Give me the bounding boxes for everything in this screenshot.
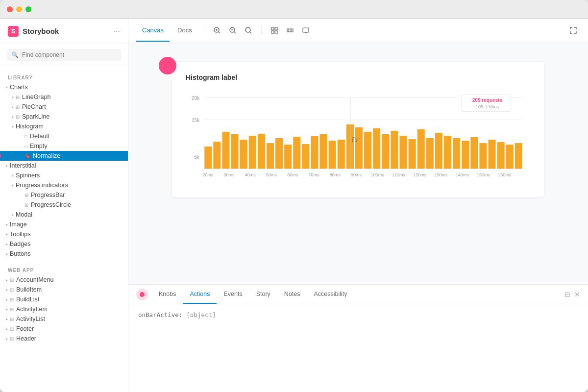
sidebar-item-buildlist[interactable]: ⊞ BuildList <box>0 294 128 304</box>
tab-accessibility[interactable]: Accessibility <box>307 285 354 304</box>
tab-story[interactable]: Story <box>249 285 277 304</box>
svg-rect-30 <box>231 134 239 169</box>
measure-button[interactable] <box>283 24 297 37</box>
sidebar-menu-icon[interactable]: ··· <box>114 27 120 36</box>
arrow-footer <box>6 327 8 331</box>
sidebar-item-spinners[interactable]: Spinners <box>0 171 128 180</box>
zoom-reset-button[interactable] <box>242 24 255 37</box>
sidebar-item-builditem[interactable]: ⊞ BuildItem <box>0 285 128 294</box>
svg-text:70ms: 70ms <box>308 172 319 177</box>
sidebar-item-linegraph[interactable]: ⊞ LineGraph <box>0 92 128 102</box>
header-label: Header <box>16 335 36 342</box>
svg-text:120ms: 120ms <box>413 172 427 177</box>
viewport-icon <box>302 27 309 34</box>
svg-rect-40 <box>320 134 327 169</box>
svg-text:5k: 5k <box>195 154 200 160</box>
sidebar-item-empty[interactable]: □ Empty <box>0 141 128 151</box>
bookmark-icon-normalize: 🔖 <box>24 153 30 159</box>
fullscreen-button[interactable] <box>566 24 580 37</box>
close-button[interactable] <box>7 6 13 12</box>
sidebar-item-activitylist[interactable]: ⊞ ActivityList <box>0 314 128 324</box>
arrow-sparkline <box>12 115 14 119</box>
tab-docs[interactable]: Docs <box>172 20 198 42</box>
arrow-linegraph <box>12 95 14 99</box>
buttons-label: Buttons <box>10 250 30 257</box>
svg-rect-60 <box>497 142 505 169</box>
sidebar-item-buttons[interactable]: Buttons <box>0 249 128 259</box>
sidebar-item-modal[interactable]: Modal <box>0 210 128 220</box>
sidebar-item-accountmenu[interactable]: ⊞ AccountMenu <box>0 275 128 285</box>
empty-label: Empty <box>30 143 47 149</box>
tab-notes[interactable]: Notes <box>277 285 307 304</box>
chart-container: Histogram label 20k 15k 5k <box>172 62 544 197</box>
chart-wrap: 20k 15k 5k <box>186 89 531 187</box>
svg-rect-38 <box>302 144 309 169</box>
svg-rect-33 <box>258 134 265 169</box>
tab-canvas[interactable]: Canvas <box>136 20 170 42</box>
svg-rect-57 <box>470 137 478 169</box>
svg-rect-41 <box>329 141 336 169</box>
svg-text:140ms: 140ms <box>456 172 469 177</box>
tab-actions[interactable]: Actions <box>183 285 217 304</box>
traffic-lights <box>7 6 31 12</box>
sidebar-item-tooltips[interactable]: Tooltips <box>0 229 128 239</box>
sidebar-item-interstitial[interactable]: Interstitial <box>0 161 128 171</box>
viewport-button[interactable] <box>299 24 313 37</box>
normalize-label: Normalize <box>33 152 60 159</box>
active-dot-badge <box>0 153 1 158</box>
box-icon-empty: □ <box>24 144 27 149</box>
panel-close-icon[interactable]: ✕ <box>574 291 580 298</box>
default-label: Default <box>30 133 49 140</box>
zoom-in-button[interactable] <box>210 24 224 37</box>
search-wrap[interactable]: 🔍 <box>7 49 121 61</box>
brand-icon: S <box>8 26 19 37</box>
sidebar-item-histogram[interactable]: Histogram <box>0 122 128 131</box>
spinners-label: Spinners <box>16 172 40 179</box>
sidebar-item-charts[interactable]: Charts <box>0 82 128 92</box>
svg-text:80ms: 80ms <box>330 172 341 177</box>
piechart-label: PieChart <box>22 103 46 110</box>
svg-rect-35 <box>275 138 283 169</box>
arrow-tooltips <box>6 232 8 237</box>
bottom-content: onBarActive: [object] <box>128 304 588 392</box>
zoom-out-icon <box>229 27 236 34</box>
sidebar-item-header[interactable]: ⊞ Header <box>0 334 128 343</box>
tab-knobs[interactable]: Knobs <box>152 285 183 304</box>
sidebar-item-image[interactable]: Image <box>0 220 128 229</box>
grid-icon-progresscircle: ⊞ <box>24 202 28 208</box>
sidebar-item-badges[interactable]: Badges <box>0 239 128 249</box>
toolbar-divider <box>204 25 204 35</box>
maximize-button[interactable] <box>25 6 31 12</box>
svg-text:100ms: 100ms <box>371 172 385 177</box>
grid-button[interactable] <box>268 24 281 37</box>
panel-layout-icon[interactable]: ⊟ <box>564 291 570 298</box>
svg-rect-46 <box>373 128 380 169</box>
svg-rect-11 <box>271 31 274 33</box>
sidebar-item-activityitem[interactable]: ⊞ ActivityItem <box>0 304 128 314</box>
sidebar-item-sparkline[interactable]: ⊞ SparkLine <box>0 112 128 122</box>
sidebar-item-piechart[interactable]: ⊞ PieChart <box>0 102 128 112</box>
tab-events[interactable]: Events <box>217 285 249 304</box>
progress-label: Progress indicators <box>16 182 68 189</box>
sidebar-item-progresscircle[interactable]: ⊞ ProgressCircle <box>0 200 128 210</box>
action-val: [object] <box>186 311 216 318</box>
svg-rect-52 <box>426 138 434 169</box>
sidebar-item-footer[interactable]: ⊞ Footer <box>0 324 128 334</box>
measure-icon <box>287 27 294 34</box>
sidebar-item-progressbar[interactable]: ⊞ ProgressBar <box>0 190 128 200</box>
svg-rect-58 <box>479 143 487 169</box>
arrow-image <box>6 222 8 227</box>
svg-rect-50 <box>409 139 416 169</box>
zoom-out-button[interactable] <box>226 24 240 37</box>
svg-rect-28 <box>213 142 220 169</box>
minimize-button[interactable] <box>16 6 22 12</box>
action-log-row: onBarActive: [object] <box>138 311 578 318</box>
sidebar-item-default[interactable]: □ Default <box>0 131 128 141</box>
svg-text:60ms: 60ms <box>287 172 298 177</box>
sidebar-item-normalize[interactable]: 🔖 Normalize <box>0 151 128 161</box>
sidebar-item-progress-indicators[interactable]: Progress indicators <box>0 180 128 190</box>
search-input[interactable] <box>22 51 117 58</box>
svg-rect-29 <box>222 132 229 169</box>
svg-text:105–110ms: 105–110ms <box>476 104 499 109</box>
grid-icon-activitylist: ⊞ <box>10 317 14 322</box>
